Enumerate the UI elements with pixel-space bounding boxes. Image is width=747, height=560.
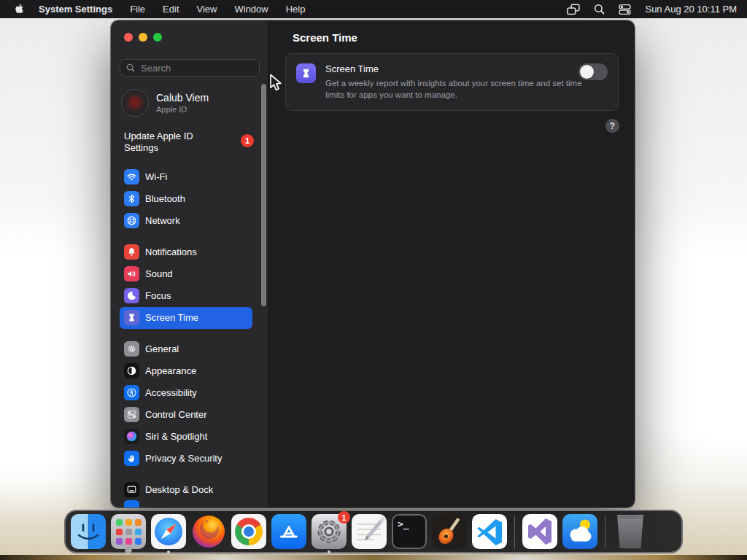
gear-icon [124,341,139,357]
dock-terminal-icon[interactable]: >_ [392,514,427,549]
bluetooth-icon [124,191,139,206]
menu-edit[interactable]: Edit [163,4,179,15]
dock-separator [605,515,605,548]
sidebar-item-label: Privacy & Security [145,453,222,464]
running-indicator [328,551,330,553]
zoom-button[interactable] [153,33,162,42]
settings-notification-badge: 1 [338,511,350,524]
menu-file[interactable]: File [130,4,145,15]
mouse-cursor [269,74,282,91]
sidebar-item-label: Desktop & Dock [145,484,213,495]
accessibility-icon [124,385,139,400]
desktop-dock-icon [124,482,139,497]
menu-bar: System Settings File Edit View Window He… [0,0,747,18]
sidebar-item-privacy-security[interactable]: Privacy & Security [120,448,252,470]
dock: 1 >_ [64,510,683,553]
sidebar-item-notifications[interactable]: Notifications [120,241,252,263]
sidebar-item-desktop-dock[interactable]: Desktop & Dock [120,479,252,501]
screen-time-toggle[interactable] [578,63,608,80]
avatar [121,89,149,117]
sidebar-item-wifi[interactable]: Wi-Fi [120,166,252,188]
dock-chrome-icon[interactable] [231,514,266,549]
sidebar-item-focus[interactable]: Focus [120,285,252,307]
control-center-icon[interactable] [619,4,631,15]
screen-time-card: Screen Time Get a weekly report with ins… [285,53,619,111]
search-icon [126,63,135,72]
sidebar-item-label: Focus [145,290,171,301]
dock-finder-icon[interactable] [71,514,106,549]
profile-subtitle: Apple ID [156,105,209,114]
menubar-app-name[interactable]: System Settings [39,4,112,15]
system-settings-window: Calub Viem Apple ID Update Apple ID Sett… [111,20,635,508]
moon-icon [124,288,139,303]
update-apple-id-label: Update Apple ID Settings [124,131,210,155]
dock-separator [514,515,515,548]
notification-badge: 1 [241,134,254,147]
running-indicator [167,551,170,553]
minimize-button[interactable] [139,33,147,42]
dock-safari-icon[interactable] [151,514,186,549]
update-apple-id-item[interactable]: Update Apple ID Settings 1 [124,131,254,155]
sidebar-scrollbar[interactable] [261,84,266,306]
sidebar-item-sound[interactable]: Sound [120,263,252,285]
sidebar-item-general[interactable]: General [120,338,252,360]
sidebar-item-label: Bluetooth [145,193,185,204]
sidebar-item-control-center[interactable]: Control Center [120,404,252,426]
sidebar-search-field[interactable] [120,59,260,77]
card-description: Get a weekly report with insights about … [325,77,582,101]
hourglass-icon [296,63,316,83]
desktop-floor-reflection [0,555,747,560]
window-controls [124,33,268,42]
sidebar-item-label: Wi-Fi [145,171,167,182]
settings-sidebar: Calub Viem Apple ID Update Apple ID Sett… [111,20,268,508]
sidebar-item-bluetooth[interactable]: Bluetooth [120,188,252,210]
sidebar-item-label: Siri & Spotlight [145,431,207,442]
card-title: Screen Time [325,63,582,74]
hand-icon [124,451,139,466]
dock-garageband-icon[interactable] [432,514,467,549]
menubar-clock[interactable]: Sun Aug 20 10:11 PM [645,4,737,15]
terminal-prompt-glyph: >_ [398,518,409,529]
dock-trash-icon[interactable] [616,515,645,548]
wifi-icon [124,169,139,184]
apple-logo-icon [15,4,24,15]
dock-weather-icon[interactable] [562,514,597,549]
sidebar-item-list: Wi-Fi Bluetooth Network [111,166,268,501]
sidebar-item-appearance[interactable]: Appearance [120,360,252,382]
sidebar-item-label: Notifications [145,246,197,257]
toggle-knob [580,65,594,79]
search-input[interactable] [139,62,253,74]
dock-visual-studio-icon[interactable] [522,514,557,549]
sidebar-item-label: Control Center [145,409,207,420]
sidebar-item-label: Screen Time [145,312,198,323]
dock-vscode-icon[interactable] [472,514,507,549]
sidebar-item-network[interactable]: Network [120,210,252,232]
minimized-indicator [125,547,132,553]
dock-firefox-icon[interactable] [191,514,226,549]
dock-system-settings-icon[interactable]: 1 [311,514,347,549]
sidebar-item-label: Appearance [145,365,196,376]
globe-icon [124,213,139,228]
stage-manager-icon[interactable] [567,4,580,15]
control-center-icon [124,407,139,422]
hourglass-icon [124,310,139,325]
profile-name: Calub Viem [156,92,209,104]
page-title: Screen Time [269,20,635,44]
dock-app-store-icon[interactable] [271,514,306,549]
sidebar-item-accessibility[interactable]: Accessibility [120,382,252,404]
apple-id-profile[interactable]: Calub Viem Apple ID [121,89,268,117]
menu-window[interactable]: Window [234,4,268,15]
sidebar-item-partial-icon [124,500,139,508]
help-button[interactable]: ? [605,119,619,133]
dock-notes-icon[interactable] [352,514,387,549]
search-icon[interactable] [594,4,605,15]
sidebar-item-siri-spotlight[interactable]: Siri & Spotlight [120,426,252,448]
apple-menu[interactable] [15,4,24,15]
bell-icon [124,244,139,260]
menu-view[interactable]: View [197,4,217,15]
sidebar-item-screen-time[interactable]: Screen Time [120,307,252,329]
dock-launchpad-icon[interactable] [111,514,146,549]
menu-help[interactable]: Help [286,4,306,15]
appearance-icon [124,363,139,378]
close-button[interactable] [124,33,133,42]
